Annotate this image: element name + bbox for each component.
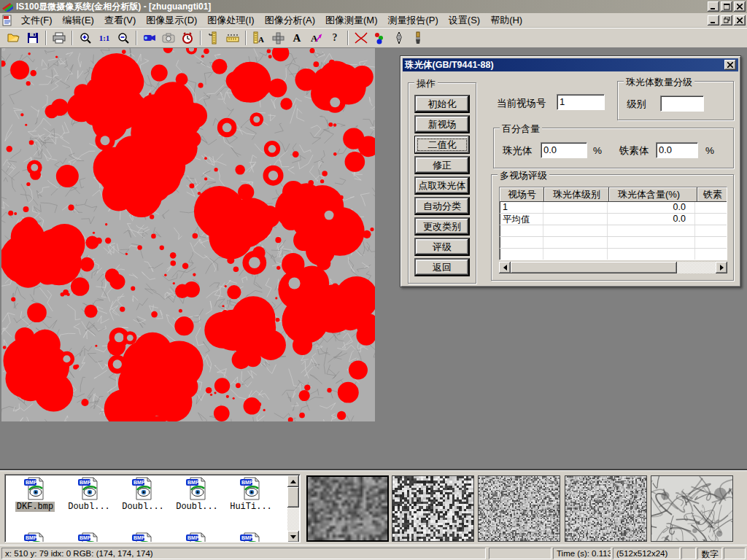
bottom-panel: BMP DKF.bmp BMP Doubl... BMP Doubl... BM…	[0, 470, 747, 545]
maximize-button[interactable]	[721, 1, 732, 12]
file-name[interactable]: Doubl...	[66, 502, 112, 512]
dialog-close-icon[interactable]	[724, 60, 736, 70]
file-item[interactable]: BMP Doubl...	[62, 477, 116, 512]
status-panel-empty	[724, 548, 746, 559]
bmp-file-icon: BMP	[131, 477, 155, 500]
print-icon[interactable]	[50, 29, 69, 47]
operation-button[interactable]: 修正	[414, 156, 470, 174]
menu-item[interactable]: 编辑(E)	[58, 13, 99, 27]
operation-button[interactable]: 自动分类	[414, 197, 470, 215]
operation-button[interactable]: 新视场	[414, 115, 470, 133]
menu-item[interactable]: 查看(V)	[99, 13, 141, 27]
table-row[interactable]	[500, 249, 727, 260]
scrollbar-thumb[interactable]	[511, 262, 677, 273]
file-item[interactable]: BMP Doubl...	[170, 477, 224, 512]
thumbnail-image[interactable]	[392, 475, 474, 542]
thumbnail-image[interactable]	[306, 475, 389, 542]
mdi-minimize-button[interactable]	[708, 15, 719, 26]
file-item[interactable]: BMP HuiTi...	[224, 477, 278, 512]
scroll-down-icon[interactable]	[287, 531, 299, 542]
table-row[interactable]: 平均值0.0	[500, 214, 727, 225]
ruler-icon[interactable]	[223, 29, 242, 47]
dialog-title-bar[interactable]: 珠光体(GB/T9441-88)	[403, 58, 738, 71]
video-capture-icon[interactable]	[140, 29, 159, 47]
actual-size-icon[interactable]: 1:1	[95, 29, 114, 47]
caliper-icon[interactable]	[204, 29, 223, 47]
menu-item[interactable]: 图像显示(D)	[141, 13, 202, 27]
file-item[interactable]: BMP Doubl...	[116, 477, 170, 512]
table-row[interactable]	[500, 237, 727, 249]
column-header[interactable]: 铁素	[697, 187, 727, 202]
file-item[interactable]: BMP	[62, 532, 116, 542]
table-h-scrollbar[interactable]	[499, 262, 727, 273]
file-item[interactable]: BMP	[8, 532, 62, 542]
column-header[interactable]: 珠光体级别	[544, 187, 609, 202]
spline-curve-icon[interactable]	[352, 29, 371, 47]
menu-item[interactable]: 文件(F)	[16, 13, 58, 27]
close-button[interactable]	[734, 1, 746, 12]
text-icon[interactable]: A	[287, 29, 306, 47]
column-header[interactable]: 珠光体含量(%)	[609, 187, 697, 202]
scroll-up-icon[interactable]	[287, 475, 299, 487]
zoom-in-icon[interactable]	[76, 29, 95, 47]
minimize-button[interactable]	[708, 1, 719, 12]
help-icon[interactable]: ?	[325, 29, 344, 47]
scroll-left-icon[interactable]	[499, 262, 511, 273]
zoom-out-icon[interactable]	[114, 29, 133, 47]
scrollbar-thumb[interactable]	[287, 487, 299, 508]
operation-button[interactable]: 更改类别	[414, 217, 470, 236]
camera-capture-icon[interactable]	[159, 29, 178, 47]
file-item[interactable]: BMP DKF.bmp	[8, 477, 62, 512]
brush-icon[interactable]	[409, 29, 427, 47]
operation-button[interactable]: 点取珠光体	[414, 176, 470, 195]
text-edit-icon[interactable]: A	[306, 29, 325, 47]
table-row[interactable]: 10.0	[500, 202, 727, 214]
grade-input[interactable]	[660, 96, 704, 112]
file-browser[interactable]: BMP DKF.bmp BMP Doubl... BMP Doubl... BM…	[4, 474, 301, 542]
svg-text:A: A	[258, 35, 264, 44]
operations-group-label: 操作	[414, 77, 438, 90]
file-name[interactable]: Doubl...	[174, 502, 220, 512]
operation-button[interactable]: 初始化	[414, 95, 470, 113]
file-name[interactable]: DKF.bmp	[15, 502, 55, 512]
table-row[interactable]	[500, 225, 727, 237]
metallograph-image[interactable]	[1, 48, 375, 421]
pen-icon[interactable]	[390, 29, 409, 47]
pearlite-percent-input[interactable]: 0.0	[541, 142, 587, 158]
menu-item[interactable]: 设置(S)	[444, 13, 485, 27]
status-bar: x: 510 y: 79 idx: 0 RGB: (174, 174, 174)…	[0, 545, 747, 560]
save-icon[interactable]	[23, 29, 42, 47]
time-status: Time (s): 0.113	[553, 548, 611, 559]
operation-button[interactable]: 二值化	[414, 136, 470, 154]
measure-label-icon[interactable]: A	[249, 29, 268, 47]
mdi-close-button[interactable]	[734, 15, 746, 26]
classify-dots-icon[interactable]	[371, 29, 390, 47]
current-field-input[interactable]: 1	[557, 94, 605, 110]
mdi-restore-button[interactable]	[721, 15, 732, 26]
file-item[interactable]: BMP	[116, 532, 170, 542]
thumbnail-image[interactable]	[478, 475, 560, 542]
thumbnail-image[interactable]	[651, 475, 733, 542]
open-file-icon[interactable]	[4, 29, 23, 47]
scroll-right-icon[interactable]	[716, 262, 727, 273]
file-item[interactable]: BMP	[224, 532, 278, 542]
file-list-scrollbar[interactable]	[287, 475, 299, 542]
operation-button[interactable]: 评级	[414, 238, 470, 256]
column-header[interactable]: 视场号	[500, 187, 544, 202]
timer-icon[interactable]	[178, 29, 197, 47]
ferrite-percent-input[interactable]: 0.0	[656, 142, 698, 158]
grid-cross-icon[interactable]	[268, 29, 287, 47]
menu-item[interactable]: 帮助(H)	[485, 13, 527, 27]
menu-item[interactable]: 图像分析(A)	[260, 13, 320, 27]
menu-item[interactable]: 图像测量(M)	[320, 13, 383, 27]
menu-item[interactable]: 图像处理(I)	[202, 13, 259, 27]
thumbnail-image[interactable]	[565, 475, 647, 542]
operation-button[interactable]: 返回	[414, 258, 470, 276]
svg-text:BMP: BMP	[80, 480, 91, 485]
document-icon[interactable]	[1, 15, 13, 26]
file-name[interactable]: HuiTi...	[228, 502, 274, 512]
multifield-table[interactable]: 视场号 珠光体级别 珠光体含量(%) 铁素 10.0平均值0.0	[499, 187, 727, 260]
file-name[interactable]: Doubl...	[120, 502, 166, 512]
menu-item[interactable]: 测量报告(P)	[382, 13, 443, 27]
file-item[interactable]: BMP	[170, 532, 224, 542]
